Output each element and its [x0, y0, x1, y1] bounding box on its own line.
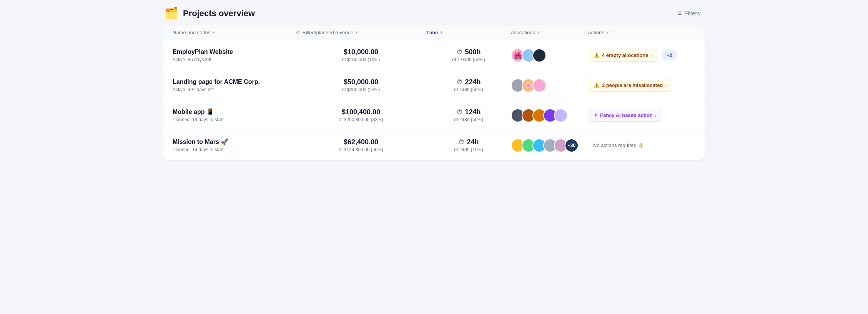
project-name[interactable]: EmployPlan Website	[173, 48, 296, 55]
time-value: 24h	[467, 138, 479, 146]
time-sub: of 240h (10%)	[454, 147, 483, 152]
time-cell: ⏱ 224h of 448h (50%)	[426, 78, 511, 92]
filters-button[interactable]: ≡ Filters	[678, 9, 700, 17]
revenue-main: $10,000.00	[296, 48, 426, 56]
action-badge-none: No actions required 👌	[588, 139, 649, 151]
revenue-sub: of $200 000 (25%)	[296, 87, 426, 92]
warning-icon: ⚠️	[594, 82, 600, 88]
time-main: ⏱ 124h	[456, 108, 481, 116]
project-name[interactable]: Landing page for ACME Corp.	[173, 78, 296, 85]
revenue-main: $100,400.00	[296, 108, 426, 116]
filters-label: Filters	[684, 10, 700, 17]
time-main: ⏱ 224h	[456, 78, 481, 86]
project-name-cell: EmployPlan Website Active, 85 days left	[173, 48, 296, 62]
time-value: 500h	[465, 48, 481, 56]
filters-icon: ≡	[678, 9, 682, 17]
allocations-cell: 🌺	[511, 48, 588, 62]
project-status: Active, 497 days left	[173, 87, 296, 92]
projects-table: Name and status ▾ ⚙ Billed/planned reven…	[163, 25, 705, 160]
chevron-down-icon: ▾	[213, 30, 215, 35]
header: 🗂️ Projects overview ≡ Filters	[157, 0, 711, 25]
col-revenue-label: Billed/planned revenue	[303, 30, 353, 35]
project-status: Planned, 14 days to start	[173, 117, 296, 122]
action-label: No actions required 👌	[593, 142, 644, 148]
revenue-cell: $62,400.00 of $124,800.00 (50%)	[296, 138, 426, 152]
action-badge-ai[interactable]: ✦ Fancy AI based action ›	[588, 109, 662, 122]
project-status: Planned, 14 days to start	[173, 147, 296, 152]
action-badge-warning[interactable]: ⚠️ 3 people are misallocated ›	[588, 79, 672, 92]
clock-icon: ⏱	[458, 139, 464, 146]
action-label: Fancy AI based action	[600, 112, 653, 118]
revenue-cell: $50,000.00 of $200 000 (25%)	[296, 78, 426, 92]
avatar[interactable]	[554, 109, 568, 122]
revenue-main: $50,000.00	[296, 78, 426, 86]
revenue-cell: $100,400.00 of $200,800.00 (33%)	[296, 108, 426, 122]
avatar[interactable]	[532, 48, 546, 62]
time-main: ⏱ 24h	[458, 138, 479, 146]
chevron-right-icon: ›	[651, 53, 652, 58]
time-cell: ⏱ 500h of 1 000h (50%)	[426, 48, 511, 62]
header-left: 🗂️ Projects overview	[165, 7, 255, 20]
col-allocations[interactable]: Allocations ▾	[511, 30, 588, 35]
actions-cell: ✦ Fancy AI based action ›	[588, 109, 695, 122]
chevron-right-icon: ›	[655, 113, 657, 118]
clock-icon: ⏱	[456, 109, 462, 116]
col-revenue[interactable]: ⚙ Billed/planned revenue ▾	[296, 30, 426, 35]
app-container: 🗂️ Projects overview ≡ Filters Name and …	[157, 0, 711, 160]
time-sub: of 248h (50%)	[454, 117, 483, 122]
warning-icon: ⚠️	[594, 52, 600, 58]
allocations-cell: 🌸	[511, 78, 588, 92]
time-value: 124h	[465, 108, 481, 116]
allocations-cell: +30	[511, 139, 588, 152]
clock-icon: ⏱	[456, 49, 462, 56]
time-sub: of 448h (50%)	[454, 87, 483, 92]
table-row: EmployPlan Website Active, 85 days left …	[163, 40, 705, 70]
avatar-count[interactable]: +30	[565, 139, 579, 152]
time-cell: ⏱ 24h of 240h (10%)	[426, 138, 511, 152]
ai-sparkle-icon: ✦	[594, 112, 598, 118]
avatar-stack: 🌸	[511, 78, 546, 92]
time-value: 224h	[465, 78, 481, 86]
revenue-sub: of $100 000 (10%)	[296, 57, 426, 62]
chevron-right-icon: ›	[665, 83, 667, 88]
revenue-sub: of $200,800.00 (33%)	[296, 117, 426, 122]
col-actions[interactable]: Actions ▾	[588, 30, 695, 35]
chevron-down-icon: ▾	[356, 30, 358, 35]
table-row: Mobile app 📱 Planned, 14 days to start $…	[163, 100, 705, 130]
table-header: Name and status ▾ ⚙ Billed/planned reven…	[163, 25, 705, 40]
chevron-down-icon: ▾	[607, 30, 609, 35]
project-name[interactable]: Mission to Mars 🚀	[173, 138, 296, 145]
revenue-sub: of $124,800.00 (50%)	[296, 147, 426, 152]
avatar[interactable]	[532, 78, 546, 92]
chevron-down-icon: ▾	[440, 30, 442, 35]
table-row: Mission to Mars 🚀 Planned, 14 days to st…	[163, 130, 705, 160]
avatar-stack: +30	[511, 139, 579, 152]
badge-plus[interactable]: +2	[662, 50, 677, 60]
action-badge-warning[interactable]: ⚠️ 4 empty allocations ›	[588, 49, 658, 62]
time-sub: of 1 000h (50%)	[452, 57, 485, 62]
actions-cell: ⚠️ 4 empty allocations › +2	[588, 49, 695, 62]
action-label: 4 empty allocations	[602, 52, 649, 58]
project-name[interactable]: Mobile app 📱	[173, 108, 296, 115]
col-actions-label: Actions	[588, 30, 604, 35]
project-name-cell: Mobile app 📱 Planned, 14 days to start	[173, 108, 296, 122]
time-cell: ⏱ 124h of 248h (50%)	[426, 108, 511, 122]
avatar-stack	[511, 109, 568, 122]
col-time-label: Time	[426, 30, 438, 35]
revenue-cell: $10,000.00 of $100 000 (10%)	[296, 48, 426, 62]
project-name-cell: Mission to Mars 🚀 Planned, 14 days to st…	[173, 138, 296, 152]
avatar-stack: 🌺	[511, 48, 546, 62]
col-allocations-label: Allocations	[511, 30, 535, 35]
allocations-cell	[511, 109, 588, 122]
page-title: Projects overview	[183, 8, 255, 18]
col-name-status[interactable]: Name and status ▾	[173, 30, 296, 35]
clock-icon: ⏱	[456, 79, 462, 86]
chevron-down-icon: ▾	[537, 30, 540, 35]
time-main: ⏱ 500h	[456, 48, 481, 56]
action-label: 3 people are misallocated	[602, 82, 663, 88]
project-name-cell: Landing page for ACME Corp. Active, 497 …	[173, 78, 296, 92]
actions-cell: No actions required 👌	[588, 139, 695, 151]
col-time[interactable]: Time ▾	[426, 30, 511, 35]
revenue-main: $62,400.00	[296, 138, 426, 146]
project-status: Active, 85 days left	[173, 57, 296, 62]
